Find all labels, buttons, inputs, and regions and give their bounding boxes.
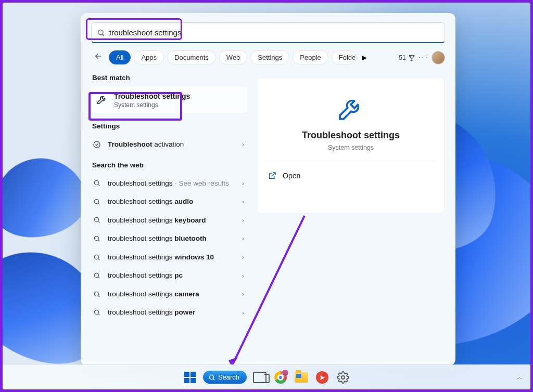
filter-more-icon[interactable]: ▶: [362, 54, 367, 61]
svg-point-4: [94, 181, 98, 185]
svg-line-7: [98, 203, 100, 204]
best-match-result[interactable]: Troubleshoot settings System settings: [91, 87, 247, 113]
wrench-icon: [267, 94, 435, 123]
search-icon: [92, 235, 101, 242]
svg-point-22: [209, 375, 213, 379]
svg-line-15: [98, 277, 100, 279]
search-icon: [208, 374, 215, 381]
svg-line-11: [98, 240, 100, 242]
search-panel: All Apps Documents Web Settings People F…: [81, 13, 455, 365]
search-icon: [92, 216, 101, 224]
search-icon: [92, 198, 101, 205]
settings-taskbar-icon[interactable]: [335, 370, 351, 385]
filter-apps[interactable]: Apps: [134, 50, 164, 64]
search-input[interactable]: [109, 28, 439, 37]
svg-line-23: [213, 378, 215, 380]
web-result-see-web[interactable]: troubleshoot settings - See web results …: [91, 174, 247, 193]
svg-line-1: [103, 34, 104, 36]
section-best-match: Best match: [92, 74, 247, 82]
open-icon: [268, 172, 276, 180]
search-icon: [92, 272, 101, 279]
tray-chevron-up-icon[interactable]: ︿: [516, 373, 523, 382]
search-icon: [92, 254, 101, 261]
todoist-taskbar-icon[interactable]: ➤: [314, 370, 330, 385]
divider: [265, 162, 437, 162]
trophy-icon: [408, 54, 415, 61]
chevron-right-icon: ›: [242, 272, 244, 280]
search-icon: [92, 179, 101, 187]
filter-all[interactable]: All: [109, 50, 131, 64]
svg-point-18: [94, 310, 98, 314]
svg-point-6: [94, 199, 98, 203]
file-explorer-taskbar-icon[interactable]: [294, 370, 309, 385]
task-view-button[interactable]: [252, 370, 268, 385]
svg-line-19: [98, 314, 100, 316]
section-search-web: Search the web: [92, 161, 247, 169]
chrome-taskbar-icon[interactable]: [273, 370, 288, 385]
check-circle-icon: [92, 140, 101, 149]
svg-point-14: [94, 273, 98, 277]
open-action[interactable]: Open: [267, 168, 435, 183]
svg-line-9: [98, 221, 100, 223]
detail-title: Troubleshoot settings: [267, 130, 435, 141]
chevron-right-icon: ›: [242, 253, 244, 261]
filter-web[interactable]: Web: [219, 50, 248, 64]
chevron-right-icon: ›: [242, 198, 244, 205]
filter-folders[interactable]: Folders: [332, 50, 357, 64]
web-result-pc[interactable]: troubleshoot settings pc ›: [91, 266, 247, 285]
best-match-title: Troubleshoot settings: [114, 92, 190, 100]
svg-line-13: [98, 258, 100, 260]
more-options-icon[interactable]: ···: [418, 53, 428, 62]
search-icon: [97, 29, 105, 37]
search-icon: [92, 291, 101, 298]
start-button[interactable]: [182, 370, 198, 385]
rewards-count[interactable]: 51: [399, 54, 415, 61]
web-result-power[interactable]: troubleshoot settings power ›: [91, 303, 247, 322]
search-icon: [92, 309, 101, 316]
chevron-right-icon: ›: [242, 234, 244, 242]
svg-line-5: [98, 185, 100, 186]
web-result-audio[interactable]: troubleshoot settings audio ›: [91, 192, 247, 211]
best-match-subtitle: System settings: [114, 101, 190, 109]
chevron-right-icon: ›: [242, 179, 244, 187]
chevron-right-icon: ›: [242, 309, 244, 317]
web-result-camera[interactable]: troubleshoot settings camera ›: [91, 285, 247, 304]
svg-point-8: [94, 218, 98, 222]
web-result-keyboard[interactable]: troubleshoot settings keyboard ›: [91, 211, 247, 230]
filter-documents[interactable]: Documents: [167, 50, 216, 64]
svg-point-3: [94, 141, 100, 148]
chevron-right-icon: ›: [242, 290, 244, 298]
chevron-right-icon: ›: [242, 216, 244, 224]
web-result-bluetooth[interactable]: troubleshoot settings bluetooth ›: [91, 229, 247, 248]
user-avatar[interactable]: [432, 51, 445, 64]
filter-settings[interactable]: Settings: [250, 50, 289, 64]
svg-point-10: [94, 236, 98, 240]
detail-subtitle: System settings: [267, 144, 435, 151]
section-settings: Settings: [92, 122, 247, 130]
svg-point-12: [94, 255, 98, 259]
search-box[interactable]: [91, 22, 445, 43]
svg-line-17: [98, 295, 100, 297]
detail-card: Troubleshoot settings System settings Op…: [258, 78, 444, 213]
svg-point-24: [341, 376, 345, 379]
svg-point-0: [98, 30, 103, 34]
taskbar-search-button[interactable]: Search: [203, 371, 247, 384]
back-button[interactable]: [91, 52, 106, 63]
chevron-right-icon: ›: [242, 140, 244, 148]
settings-troubleshoot-activation[interactable]: Troubleshoot activation ›: [91, 135, 247, 154]
svg-point-16: [94, 292, 98, 296]
web-result-windows10[interactable]: troubleshoot settings windows 10 ›: [91, 248, 247, 267]
filter-people[interactable]: People: [293, 50, 328, 64]
taskbar: Search ➤: [3, 364, 530, 389]
wrench-icon: [96, 94, 109, 107]
